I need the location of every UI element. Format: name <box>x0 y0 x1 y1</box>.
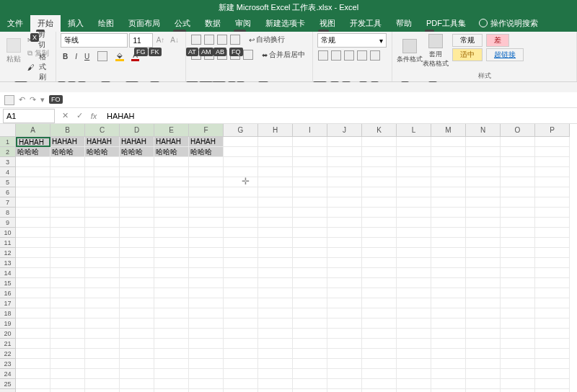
cell[interactable] <box>535 268 570 278</box>
cell[interactable] <box>189 268 224 278</box>
cell[interactable] <box>258 329 293 339</box>
undo-icon[interactable]: ↶ <box>19 95 25 104</box>
row-header[interactable]: 11 <box>0 238 16 248</box>
cell[interactable] <box>85 288 120 298</box>
cell[interactable] <box>154 318 189 329</box>
cell[interactable] <box>293 238 327 248</box>
cell[interactable] <box>50 308 85 318</box>
row-header[interactable]: 14 <box>0 268 16 278</box>
tab-页面布局[interactable]: 页面布局 <box>121 15 167 32</box>
cell[interactable] <box>16 278 50 288</box>
cell[interactable] <box>293 177 327 187</box>
cell[interactable] <box>397 298 431 308</box>
cell[interactable] <box>189 177 224 187</box>
cell[interactable] <box>362 389 397 392</box>
cell[interactable] <box>466 308 501 318</box>
cell[interactable] <box>258 308 293 318</box>
col-header-I[interactable]: I <box>293 124 327 137</box>
cell[interactable] <box>501 318 535 329</box>
cell[interactable] <box>362 197 397 208</box>
cell[interactable] <box>258 228 293 238</box>
cell[interactable] <box>85 318 120 329</box>
cell[interactable] <box>293 278 327 288</box>
cell[interactable] <box>466 369 501 379</box>
cell[interactable] <box>431 238 466 248</box>
cell[interactable] <box>85 197 120 208</box>
cell[interactable] <box>154 359 189 369</box>
col-header-H[interactable]: H <box>258 124 293 137</box>
cell[interactable] <box>327 349 362 359</box>
cell[interactable] <box>16 157 50 167</box>
cell[interactable] <box>224 298 258 308</box>
cell[interactable] <box>120 187 154 197</box>
col-header-K[interactable]: K <box>362 124 397 137</box>
col-header-N[interactable]: N <box>466 124 501 137</box>
cell[interactable] <box>258 339 293 349</box>
format-as-table-button[interactable]: 套用 表格格式 <box>423 33 449 69</box>
row-header[interactable]: 17 <box>0 298 16 308</box>
cell[interactable] <box>362 228 397 238</box>
cell[interactable] <box>120 339 154 349</box>
cell[interactable] <box>120 157 154 167</box>
cell[interactable] <box>293 308 327 318</box>
cell[interactable] <box>362 359 397 369</box>
cell[interactable] <box>224 218 258 228</box>
cell[interactable] <box>189 228 224 238</box>
cell[interactable] <box>154 258 189 268</box>
cell[interactable] <box>16 389 50 392</box>
cell[interactable] <box>85 268 120 278</box>
cell[interactable] <box>327 218 362 228</box>
cell[interactable] <box>50 268 85 278</box>
cell[interactable] <box>120 389 154 392</box>
cell[interactable] <box>466 218 501 228</box>
cell[interactable] <box>327 248 362 258</box>
cell[interactable] <box>535 288 570 298</box>
cell[interactable] <box>293 389 327 392</box>
cell[interactable] <box>293 318 327 329</box>
cell[interactable] <box>258 268 293 278</box>
cell[interactable] <box>501 228 535 238</box>
cell[interactable] <box>397 157 431 167</box>
cell[interactable] <box>189 208 224 218</box>
cell[interactable] <box>154 187 189 197</box>
cell[interactable] <box>258 147 293 157</box>
row-header[interactable]: 18 <box>0 308 16 318</box>
row-header[interactable]: 15 <box>0 278 16 288</box>
cell[interactable] <box>535 258 570 268</box>
cell[interactable] <box>189 349 224 359</box>
cell[interactable] <box>535 389 570 392</box>
cell[interactable] <box>293 147 327 157</box>
cell[interactable] <box>293 157 327 167</box>
cell[interactable] <box>120 238 154 248</box>
cell[interactable] <box>50 187 85 197</box>
cell[interactable] <box>362 137 397 147</box>
cell[interactable] <box>362 318 397 329</box>
cell[interactable] <box>258 197 293 208</box>
cell[interactable] <box>293 137 327 147</box>
cell[interactable] <box>501 359 535 369</box>
cell[interactable] <box>50 278 85 288</box>
cell[interactable] <box>327 329 362 339</box>
cell[interactable] <box>120 197 154 208</box>
cell[interactable] <box>189 288 224 298</box>
cell[interactable] <box>293 349 327 359</box>
cell[interactable] <box>258 389 293 392</box>
cell[interactable] <box>362 298 397 308</box>
cell[interactable] <box>501 177 535 187</box>
cell[interactable] <box>224 288 258 298</box>
cell[interactable] <box>327 197 362 208</box>
cell[interactable] <box>189 278 224 288</box>
cell[interactable] <box>85 248 120 258</box>
cell[interactable]: 哈哈哈 <box>85 147 120 157</box>
cell[interactable] <box>293 339 327 349</box>
cell[interactable] <box>224 329 258 339</box>
tab-审阅[interactable]: 审阅FF <box>228 15 258 32</box>
cell[interactable] <box>154 329 189 339</box>
cell[interactable] <box>501 137 535 147</box>
cell[interactable] <box>154 167 189 177</box>
cell[interactable] <box>85 298 120 308</box>
cell[interactable] <box>431 268 466 278</box>
cell[interactable] <box>120 278 154 288</box>
cell[interactable] <box>397 147 431 157</box>
copy-button[interactable]: ⧉复制 <box>25 47 51 60</box>
